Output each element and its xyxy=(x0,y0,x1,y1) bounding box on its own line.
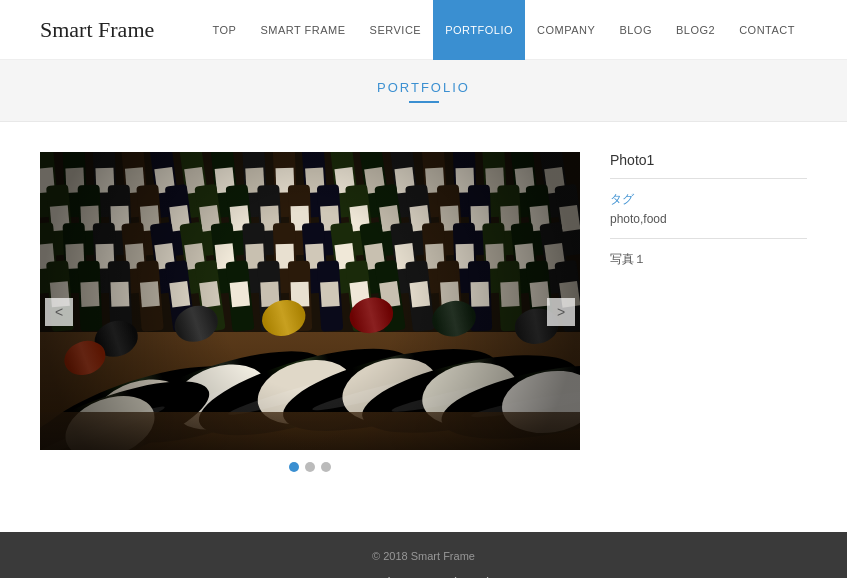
slide-dot-1[interactable] xyxy=(305,462,315,472)
nav-item-company[interactable]: COMPANY xyxy=(525,0,607,60)
site-footer: © 2018 Smart Frame  t g h p i l v y xyxy=(0,532,847,578)
nav-item-portfolio[interactable]: PORTFOLIO xyxy=(433,0,525,60)
slide-dot-2[interactable] xyxy=(321,462,331,472)
slider-image-area xyxy=(40,152,580,450)
nav-item-smart-frame[interactable]: SMART FRAME xyxy=(248,0,357,60)
portfolio-info-panel: Photo1 タグ photo,food 写真１ xyxy=(610,152,807,268)
nav-item-top[interactable]: TOP xyxy=(201,0,249,60)
pinterest-icon[interactable]: p xyxy=(415,574,433,578)
tag-label: タグ xyxy=(610,191,807,208)
portfolio-description: 写真１ xyxy=(610,251,807,268)
footer-copyright: © 2018 Smart Frame xyxy=(0,550,847,562)
nav-item-contact[interactable]: CONTACT xyxy=(727,0,807,60)
main-nav: TOPSMART FRAMESERVICEPORTFOLIOCOMPANYBLO… xyxy=(201,0,808,60)
slide-dot-0[interactable] xyxy=(289,462,299,472)
twitter-icon[interactable]: t xyxy=(319,574,337,578)
tag-value: photo,food xyxy=(610,212,807,239)
nav-item-blog[interactable]: BLOG xyxy=(607,0,664,60)
next-slide-button[interactable]: > xyxy=(547,298,575,326)
youtube-icon[interactable]: y xyxy=(543,574,561,578)
site-header: Smart Frame TOPSMART FRAMESERVICEPORTFOL… xyxy=(0,0,847,60)
prev-slide-button[interactable]: < xyxy=(45,298,73,326)
image-slider: < > xyxy=(40,152,580,472)
page-title: PORTFOLIO xyxy=(0,80,847,95)
portfolio-item-title: Photo1 xyxy=(610,152,807,179)
googleplus-icon[interactable]: g xyxy=(351,574,369,578)
linkedin-icon[interactable]: l xyxy=(479,574,497,578)
page-title-underline xyxy=(409,101,439,103)
slider-dots xyxy=(40,462,580,472)
vimeo-icon[interactable]: v xyxy=(511,574,529,578)
nav-item-blog2[interactable]: blog2 xyxy=(664,0,727,60)
nav-item-service[interactable]: SERVICE xyxy=(358,0,434,60)
footer-social-icons:  t g h p i l v y xyxy=(0,574,847,578)
facebook-icon[interactable]:  xyxy=(287,574,305,578)
instagram-icon[interactable]: i xyxy=(447,574,465,578)
hatena-icon[interactable]: h xyxy=(383,574,401,578)
page-header-section: PORTFOLIO xyxy=(0,60,847,122)
main-content: < > Photo1 タグ photo,food 写真１ xyxy=(0,122,847,512)
site-logo[interactable]: Smart Frame xyxy=(40,17,154,43)
